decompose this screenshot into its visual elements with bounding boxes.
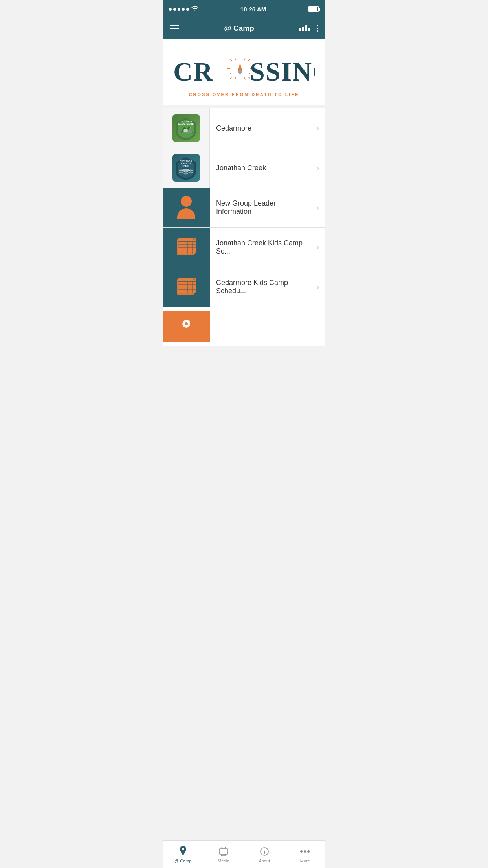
status-bar: 10:26 AM — [163, 0, 325, 17]
jc-kids-icon-box — [163, 228, 210, 267]
list-item[interactable]: CROSSINGS CEDARMORE Cedarmore › — [163, 108, 325, 148]
svg-line-13 — [235, 58, 236, 60]
list-item[interactable]: CROSSINGS JONATHAN CREEK Jonathan Creek … — [163, 148, 325, 188]
jonathan-creek-icon-box: CROSSINGS JONATHAN CREEK — [163, 148, 210, 188]
svg-text:SSINGS: SSINGS — [250, 57, 315, 86]
status-right — [308, 6, 319, 12]
svg-line-9 — [229, 64, 231, 64]
svg-rect-28 — [178, 238, 196, 254]
overflow-menu-icon[interactable] — [317, 25, 318, 32]
hamburger-menu[interactable] — [170, 25, 179, 31]
chevron-right-icon: › — [317, 204, 319, 212]
cedarmore-kids-label: Cedarmore Kids Camp Schedu... — [210, 279, 317, 295]
list-item[interactable]: Cedarmore Kids Camp Schedu... › — [163, 267, 325, 307]
group-leader-icon-box — [163, 188, 210, 227]
crossings-logo: CR — [173, 51, 315, 90]
chevron-right-icon: › — [317, 124, 319, 132]
battery-icon — [308, 6, 319, 12]
cedarmore-label: Cedarmore — [210, 124, 317, 132]
main-content: CR — [163, 39, 325, 374]
nav-bar: @ Camp — [163, 17, 325, 39]
svg-point-23 — [182, 169, 190, 171]
list-container: CROSSINGS CEDARMORE Cedarmore › — [163, 108, 325, 346]
svg-line-5 — [230, 59, 232, 61]
cedarmore-badge: CROSSINGS CEDARMORE — [172, 114, 200, 142]
svg-line-7 — [230, 77, 232, 79]
person-icon — [177, 196, 195, 219]
jc-kids-label: Jonathan Creek Kids Camp Sc... — [210, 239, 317, 256]
daily-label: DAILY — [210, 322, 245, 332]
svg-line-10 — [229, 73, 231, 74]
signal-dots — [169, 8, 189, 11]
chevron-right-icon: › — [317, 243, 319, 252]
cedarmore-icon-box: CROSSINGS CEDARMORE — [163, 108, 210, 148]
cedarmore-kids-icon-box — [163, 267, 210, 307]
logo-section: CR — [163, 39, 325, 105]
chevron-right-icon: › — [317, 164, 319, 172]
calendar-icon — [175, 236, 197, 258]
svg-line-14 — [244, 58, 245, 60]
nav-title: @ Camp — [224, 24, 254, 33]
chevron-right-icon: › — [317, 283, 319, 291]
nav-right-icons — [299, 25, 318, 32]
logo-container: CR — [173, 51, 315, 90]
status-time: 10:26 AM — [240, 6, 266, 13]
calendar-icon-2 — [175, 276, 197, 298]
daily-icon-box — [163, 311, 210, 342]
svg-rect-37 — [178, 278, 196, 293]
status-left — [169, 6, 198, 13]
svg-point-20 — [183, 129, 188, 132]
list-item[interactable]: New Group Leader Information › — [163, 188, 325, 228]
svg-line-16 — [244, 77, 245, 80]
jonathan-creek-badge: CROSSINGS JONATHAN CREEK — [172, 154, 200, 182]
jonathan-creek-label: Jonathan Creek — [210, 164, 317, 172]
svg-text:CEDARMORE: CEDARMORE — [178, 123, 193, 125]
list-item[interactable]: Jonathan Creek Kids Camp Sc... › — [163, 228, 325, 267]
svg-point-46 — [185, 322, 188, 326]
chart-icon[interactable] — [299, 25, 310, 31]
list-item-daily[interactable]: DAILY — [163, 307, 325, 346]
svg-text:CR: CR — [173, 57, 213, 86]
wifi-icon — [191, 6, 198, 13]
group-leader-label: New Group Leader Information — [210, 199, 317, 216]
svg-line-15 — [235, 77, 236, 80]
svg-text:CREEK: CREEK — [182, 165, 189, 167]
logo-subtitle: CROSS OVER FROM DEATH TO LIFE — [189, 92, 299, 97]
daily-icon — [175, 317, 197, 337]
